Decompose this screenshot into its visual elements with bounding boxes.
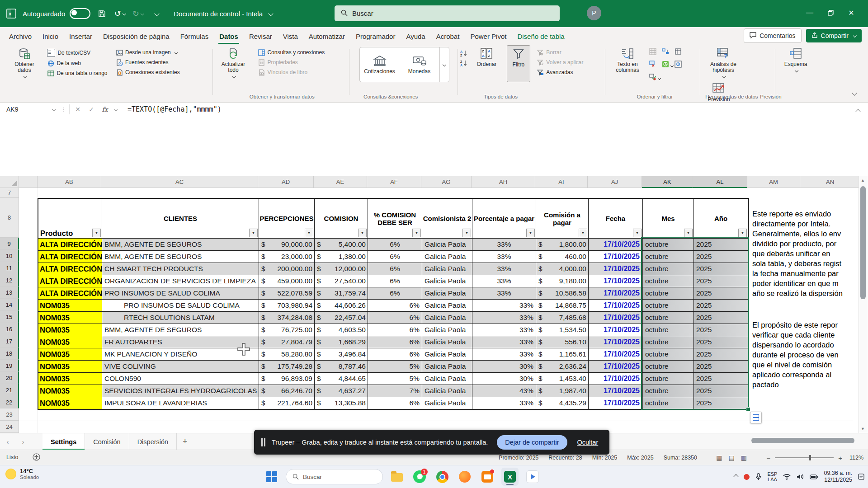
cell[interactable]: $1,453.40 xyxy=(536,373,589,385)
menu-tab-dise-o-de-tabla[interactable]: Diseño de tabla xyxy=(512,28,570,44)
cell[interactable]: 33% xyxy=(472,251,536,263)
menu-tab-revisar[interactable]: Revisar xyxy=(244,28,278,44)
stat-suma[interactable]: Suma: 28350 xyxy=(664,455,697,461)
drag-handle-icon[interactable] xyxy=(261,438,263,446)
get-data-button[interactable]: Obtener datos xyxy=(7,45,42,80)
cell[interactable]: 33% xyxy=(472,263,536,275)
cell[interactable]: 17/10/2025 xyxy=(589,397,643,409)
name-box[interactable]: AK9 xyxy=(4,104,58,115)
cell[interactable]: 17/10/2025 xyxy=(589,275,643,287)
row-header-15[interactable]: 15 xyxy=(0,311,19,323)
add-sheet-button[interactable]: + xyxy=(177,433,193,450)
stat-máx[interactable]: Máx: 2025 xyxy=(627,455,653,461)
advanced-filter-button[interactable]: Avanzadas xyxy=(537,69,583,76)
cell[interactable]: $460.00 xyxy=(536,251,589,263)
autofill-options-button[interactable] xyxy=(750,412,762,423)
cell[interactable]: $4,000.00 xyxy=(536,263,589,275)
cell[interactable]: $58,280.80 xyxy=(259,348,315,361)
cell[interactable]: NOM035 xyxy=(38,324,102,336)
cell[interactable]: 2025 xyxy=(694,385,748,397)
cell[interactable]: Galicia Paola xyxy=(422,275,472,287)
table-header-percepciones[interactable]: PERCEPCIONES▼ xyxy=(259,199,315,239)
sheet-nav-right-icon[interactable]: › xyxy=(15,433,31,450)
cell[interactable]: 17/10/2025 xyxy=(589,239,643,251)
cell[interactable]: 17/10/2025 xyxy=(589,361,643,373)
menu-tab-inicio[interactable]: Inicio xyxy=(37,28,64,44)
restore-button[interactable] xyxy=(820,4,841,22)
cell[interactable]: $96,893.09 xyxy=(259,373,315,385)
cell[interactable]: $4,844.65 xyxy=(315,373,368,385)
cell[interactable]: 6% xyxy=(368,348,422,361)
formula-input[interactable]: =TEXTO([@Fecha],"mmmm") xyxy=(127,105,222,113)
menu-tab-automatizar[interactable]: Automatizar xyxy=(303,28,350,44)
cell[interactable]: 17/10/2025 xyxy=(589,324,643,336)
filter-dropdown-icon[interactable]: ▼ xyxy=(92,229,101,237)
cell[interactable]: $66,246.70 xyxy=(259,385,315,397)
tray-chevron-icon[interactable] xyxy=(734,475,738,479)
menu-tab-acrobat[interactable]: Acrobat xyxy=(431,28,465,44)
column-header-AM[interactable]: AM xyxy=(747,176,800,188)
cell[interactable]: $5,400.00 xyxy=(315,239,368,251)
cell[interactable]: $10,586.58 xyxy=(536,287,589,300)
collapse-ribbon-icon[interactable] xyxy=(851,89,856,97)
column-header-AN[interactable]: AN xyxy=(800,176,860,188)
cell[interactable]: 6% xyxy=(368,251,422,263)
cell[interactable]: Galicia Paola xyxy=(422,385,472,397)
from-table-range-button[interactable]: De una tabla o rango xyxy=(47,70,107,77)
cell[interactable]: 33% xyxy=(472,287,536,300)
clock[interactable]: 09:36 a. m.12/11/2025 xyxy=(824,470,852,483)
cell[interactable]: 6% xyxy=(368,239,422,251)
stat-mín[interactable]: Mín: 2025 xyxy=(592,455,618,461)
cell[interactable]: 2025 xyxy=(694,239,748,251)
sheet-tab-comisión[interactable]: Comisión xyxy=(85,433,129,450)
cell[interactable]: 2025 xyxy=(694,373,748,385)
close-button[interactable]: ✕ xyxy=(841,4,862,22)
cell[interactable]: octubre xyxy=(643,263,694,275)
cell[interactable]: 33% xyxy=(472,275,536,287)
battery-icon[interactable] xyxy=(810,474,818,479)
queries-connections-button[interactable]: Consultas y conexiones xyxy=(258,49,325,56)
cell[interactable]: 17/10/2025 xyxy=(589,348,643,361)
cell[interactable]: 17/10/2025 xyxy=(589,312,643,324)
column-header-AE[interactable]: AE xyxy=(314,176,367,188)
cell[interactable]: $1,987.40 xyxy=(536,385,589,397)
row-headers[interactable]: 789101112131415161718192021222324 xyxy=(0,188,19,433)
cell[interactable]: $27,540.00 xyxy=(315,275,368,287)
filter-button[interactable]: Filtro xyxy=(507,45,530,82)
cell[interactable]: 17/10/2025 xyxy=(589,385,643,397)
row-header-10[interactable]: 10 xyxy=(0,250,19,262)
cell[interactable]: octubre xyxy=(643,312,694,324)
cell[interactable]: 2025 xyxy=(694,263,748,275)
cell[interactable]: $44,606.26 xyxy=(315,300,368,312)
filter-dropdown-icon[interactable]: ▼ xyxy=(305,229,313,237)
table-header-fecha[interactable]: Fecha▼ xyxy=(589,199,643,239)
zoom-slider[interactable] xyxy=(775,457,834,458)
cell[interactable]: $8,787.46 xyxy=(315,361,368,373)
autosave-toggle[interactable] xyxy=(70,8,90,19)
menu-tab-programador[interactable]: Programador xyxy=(350,28,401,44)
table-header-ano[interactable]: Año▼ xyxy=(694,199,748,239)
cell[interactable]: PRO INSUMOS DE SALUD COLIMA xyxy=(102,300,259,312)
cell[interactable]: octubre xyxy=(643,336,694,348)
cell[interactable]: VIVE COLIVING xyxy=(102,361,259,373)
select-all-corner[interactable] xyxy=(0,176,19,188)
table-header-comisionista[interactable]: Comisionista 2▼ xyxy=(422,199,472,239)
row-header-11[interactable]: 11 xyxy=(0,262,19,274)
filter-dropdown-icon[interactable]: ▼ xyxy=(358,229,367,237)
row-header-20[interactable]: 20 xyxy=(0,372,19,384)
cell[interactable]: 2025 xyxy=(694,287,748,300)
cell[interactable]: $175,749.28 xyxy=(259,361,315,373)
cell[interactable]: octubre xyxy=(643,348,694,361)
cell[interactable]: MK PLANEACION Y DISEÑO xyxy=(102,348,259,361)
cell[interactable]: 2025 xyxy=(694,275,748,287)
cell[interactable]: 5% xyxy=(368,361,422,373)
sort-button[interactable]: ZAAZ Ordenar xyxy=(471,45,502,70)
cell[interactable]: 7% xyxy=(368,385,422,397)
stocks-data-type[interactable]: Cotizaciones xyxy=(360,47,400,82)
row-header-24[interactable]: 24 xyxy=(0,421,19,433)
cell[interactable]: $14,868.75 xyxy=(536,300,589,312)
sheet-nav-left-icon[interactable]: ‹ xyxy=(0,433,15,450)
cell[interactable]: $703,980.94 xyxy=(259,300,315,312)
column-header-AI[interactable]: AI xyxy=(535,176,588,188)
cell[interactable]: 6% xyxy=(368,263,422,275)
